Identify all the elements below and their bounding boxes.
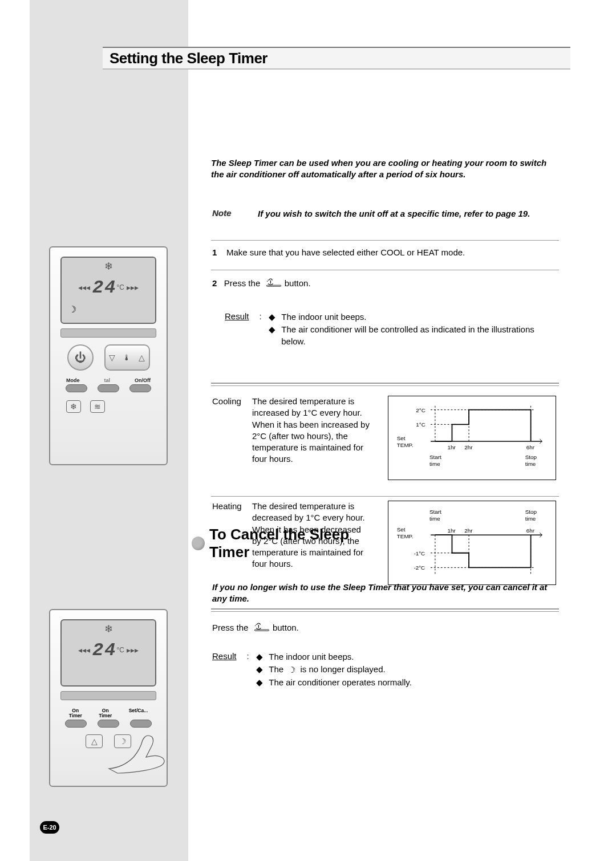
result2-block: Result: ◆The indoor unit beeps. ◆ The ☽ … xyxy=(212,651,559,690)
remote-temp: 24 xyxy=(92,640,116,661)
temp-suffix: °C xyxy=(116,646,124,654)
svg-text:6hr: 6hr xyxy=(526,444,535,450)
temp-suffix: °C xyxy=(116,283,124,291)
sleep-icon-inline: ☽ xyxy=(288,664,295,676)
pill-button xyxy=(65,720,87,728)
cooling-label: Cooling xyxy=(212,396,252,465)
divider xyxy=(211,496,559,497)
pill-button xyxy=(66,384,87,392)
temp-up-down: ▽🌡△ xyxy=(104,344,150,371)
sleep-icon xyxy=(265,277,282,289)
step-1-text: Make sure that you have selected either … xyxy=(226,247,465,257)
press2-post: button. xyxy=(273,623,299,632)
fan-bars-icon: ◂◂◂ xyxy=(78,283,90,292)
page-number-badge: E-20 xyxy=(40,821,59,834)
digital-label: tal xyxy=(104,377,110,383)
snowflake-icon: ❄ xyxy=(104,623,113,635)
step-1: 1 Make sure that you have selected eithe… xyxy=(212,247,560,257)
section-title: Setting the Sleep Timer xyxy=(110,50,268,67)
sleep-icon xyxy=(253,622,270,633)
result2-bullet-3: The air conditioner operates normally. xyxy=(269,677,412,688)
section-title-bar: Setting the Sleep Timer xyxy=(103,47,570,70)
result-label: Result xyxy=(212,651,237,690)
diamond-icon: ◆ xyxy=(269,311,275,323)
result-bullet-1: The indoor unit beeps. xyxy=(281,311,366,323)
remote-screen: ❄ ◂◂◂ 24 °C ▸▸▸ xyxy=(60,619,156,687)
off-timer-label: OnTimer xyxy=(99,708,112,718)
svg-text:Stop: Stop xyxy=(525,454,537,460)
svg-text:time: time xyxy=(525,515,536,522)
fan-bars-icon: ▸▸▸ xyxy=(127,645,139,655)
fan-bars-icon: ▸▸▸ xyxy=(127,283,139,292)
svg-rect-2 xyxy=(266,285,281,286)
svg-text:2hr: 2hr xyxy=(464,527,473,534)
svg-text:6hr: 6hr xyxy=(526,527,535,534)
ghost-bullet-icon xyxy=(192,537,205,550)
snowflake-button-icon: ❄ xyxy=(66,400,81,413)
svg-text:TEMP.: TEMP. xyxy=(397,442,414,448)
swing-button-icon: ≋ xyxy=(90,400,105,413)
cooling-chart: 2°C 1°C Set TEMP. 1hr 2hr 6hr Starttime … xyxy=(388,396,556,480)
step-2-number: 2 xyxy=(212,278,217,288)
svg-text:time: time xyxy=(525,461,536,467)
heating-chart: Starttime Stoptime Set TEMP. -1°C -2°C 1… xyxy=(388,501,556,585)
diamond-icon: ◆ xyxy=(256,677,263,688)
divider xyxy=(211,270,559,270)
svg-point-0 xyxy=(268,279,268,280)
pill-button xyxy=(98,384,119,392)
sleep-icon: ☽ xyxy=(68,304,76,315)
divider xyxy=(211,240,559,241)
note-text: If you wish to switch the unit off at a … xyxy=(258,208,560,220)
intro-paragraph: The Sleep Timer can be used when you are… xyxy=(211,157,559,181)
svg-text:1°C: 1°C xyxy=(416,421,425,428)
svg-text:TEMP.: TEMP. xyxy=(397,533,414,539)
svg-text:time: time xyxy=(429,461,440,467)
result-block: Result: ◆The indoor unit beeps. ◆The air… xyxy=(225,311,558,348)
svg-text:2°C: 2°C xyxy=(416,407,425,413)
on-timer-label: OnTimer xyxy=(69,708,82,718)
pill-button xyxy=(129,384,151,392)
svg-text:-1°C: -1°C xyxy=(414,550,425,557)
note-label: Note xyxy=(212,208,231,218)
result2-bullet-2: The ☽ is no longer displayed. xyxy=(269,664,385,676)
dry-button-icon: △ xyxy=(86,734,103,748)
divider-double xyxy=(211,608,559,610)
step-1-number: 1 xyxy=(212,247,217,257)
svg-text:1hr: 1hr xyxy=(448,444,456,450)
mode-label: Mode xyxy=(66,377,80,383)
result-bullet-2: The air conditioner will be controlled a… xyxy=(281,324,558,347)
remote-screen: ❄ ◂◂◂ 24 °C ▸▸▸ ☽ xyxy=(60,257,156,324)
step-2-post: button. xyxy=(285,278,311,288)
power-button: ⏻ xyxy=(67,344,94,371)
step-2: 2 Press the button. xyxy=(212,277,560,289)
divider-double xyxy=(211,385,559,386)
diamond-icon: ◆ xyxy=(256,651,263,663)
result2-bullet-1: The indoor unit beeps. xyxy=(269,651,354,663)
cancel-step: Press the button. xyxy=(212,622,560,633)
manual-page: Setting the Sleep Timer The Sleep Timer … xyxy=(0,0,616,861)
intro2-paragraph: If you no longer wish to use the Sleep T… xyxy=(212,582,559,605)
section-2-title-text: To Cancel the Sleep Timer xyxy=(209,526,386,561)
svg-text:Set: Set xyxy=(397,435,406,441)
svg-rect-41 xyxy=(254,629,269,631)
step-2-pre: Press the xyxy=(224,278,260,288)
result-label: Result xyxy=(225,311,249,348)
svg-text:-2°C: -2°C xyxy=(414,564,425,571)
diamond-icon: ◆ xyxy=(269,324,275,347)
remote-illustration-2: ❄ ◂◂◂ 24 °C ▸▸▸ OnTimer OnTimer Set/Ca..… xyxy=(49,609,168,787)
pill-button xyxy=(130,720,152,728)
snowflake-icon: ❄ xyxy=(104,260,113,273)
svg-text:Start: Start xyxy=(429,509,441,515)
cooling-text: The desired temperature is increased by … xyxy=(252,396,372,465)
diamond-icon: ◆ xyxy=(256,664,263,676)
sleep-button-icon: ☽ xyxy=(114,734,131,748)
svg-point-1 xyxy=(267,281,268,282)
svg-point-39 xyxy=(256,624,256,624)
section-2-title: To Cancel the Sleep Timer xyxy=(192,533,386,554)
pill-button xyxy=(98,720,119,728)
svg-text:time: time xyxy=(429,515,440,522)
divider-double xyxy=(211,383,559,384)
remote-slot xyxy=(60,691,156,700)
cooling-block: Cooling The desired temperature is incre… xyxy=(212,396,372,465)
fan-bars-icon: ◂◂◂ xyxy=(78,645,90,655)
